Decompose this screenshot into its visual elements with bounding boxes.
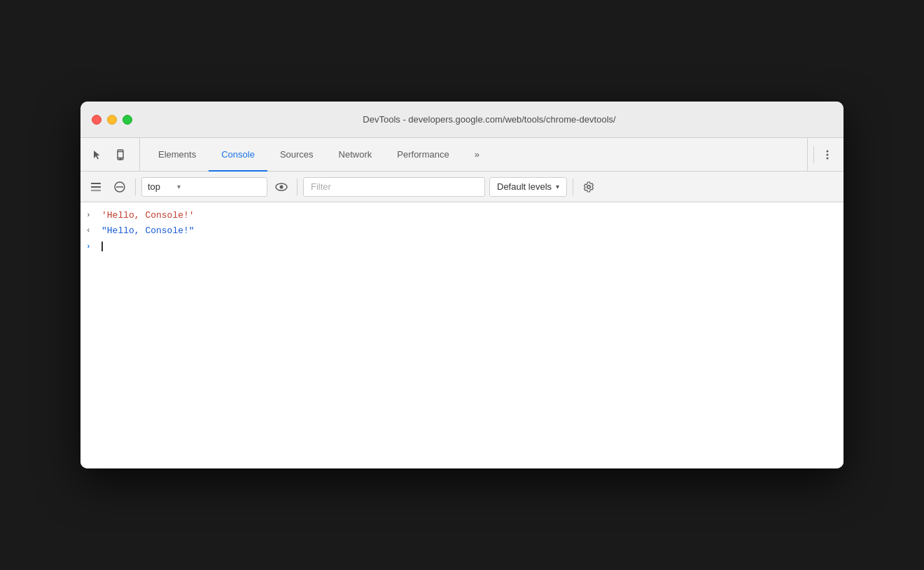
- console-output-2: "Hello, Console!": [102, 225, 195, 236]
- expand-arrow-1[interactable]: ›: [86, 211, 97, 219]
- window-title: DevTools - developers.google.com/web/too…: [146, 114, 832, 125]
- console-input-line[interactable]: ›: [80, 239, 844, 254]
- toolbar-divider-3: [573, 179, 573, 195]
- more-options-btn[interactable]: [817, 144, 838, 165]
- divider-line: [813, 146, 814, 163]
- cursor-icon-btn[interactable]: [86, 144, 107, 165]
- toolbar-divider-1: [135, 179, 136, 195]
- svg-rect-10: [91, 188, 101, 192]
- svg-point-6: [827, 157, 829, 159]
- levels-arrow-icon: ▾: [556, 183, 559, 190]
- context-value: top: [148, 181, 160, 192]
- show-drawer-btn[interactable]: [86, 177, 106, 197]
- filter-input[interactable]: [303, 177, 485, 197]
- svg-point-4: [827, 150, 829, 152]
- svg-rect-8: [91, 186, 101, 188]
- minimize-button[interactable]: [107, 115, 117, 125]
- console-output: › 'Hello, Console!' ‹ "Hello, Console!" …: [80, 202, 844, 468]
- tab-elements[interactable]: Elements: [146, 139, 209, 172]
- svg-rect-7: [91, 183, 101, 184]
- tab-bar: Elements Console Sources Network Perform…: [80, 138, 844, 172]
- context-arrow-icon: ▾: [177, 183, 181, 190]
- title-bar: DevTools - developers.google.com/web/too…: [80, 102, 844, 138]
- console-output-1: 'Hello, Console!': [102, 210, 195, 221]
- tab-bar-right: [807, 138, 838, 171]
- tab-console[interactable]: Console: [209, 139, 267, 172]
- tabs: Elements Console Sources Network Perform…: [146, 138, 807, 171]
- tab-network[interactable]: Network: [326, 139, 385, 172]
- console-line-2: ‹ "Hello, Console!": [80, 223, 844, 239]
- input-prompt-icon: ›: [86, 242, 97, 251]
- toolbar-divider-2: [297, 179, 298, 195]
- mobile-icon-btn[interactable]: [110, 144, 131, 165]
- svg-point-5: [827, 153, 829, 155]
- svg-point-3: [120, 158, 121, 160]
- tab-more[interactable]: »: [462, 139, 492, 172]
- text-cursor: [102, 242, 103, 251]
- traffic-lights: [92, 115, 132, 125]
- tab-bar-controls: [86, 138, 140, 171]
- clear-console-btn[interactable]: [110, 177, 130, 197]
- tab-performance[interactable]: Performance: [384, 139, 461, 172]
- levels-dropdown[interactable]: Default levels ▾: [489, 177, 567, 197]
- settings-btn[interactable]: [579, 177, 598, 197]
- levels-label: Default levels: [497, 181, 552, 192]
- return-arrow-2: ‹: [86, 226, 97, 235]
- eye-btn[interactable]: [272, 177, 291, 197]
- context-selector[interactable]: top ▾: [141, 177, 267, 197]
- devtools-window: DevTools - developers.google.com/web/too…: [80, 102, 844, 468]
- console-toolbar: top ▾ Default levels ▾: [80, 172, 844, 202]
- svg-point-14: [280, 185, 284, 188]
- maximize-button[interactable]: [122, 115, 132, 125]
- console-line-1: › 'Hello, Console!': [80, 208, 844, 223]
- close-button[interactable]: [92, 115, 102, 125]
- tab-sources[interactable]: Sources: [267, 139, 326, 172]
